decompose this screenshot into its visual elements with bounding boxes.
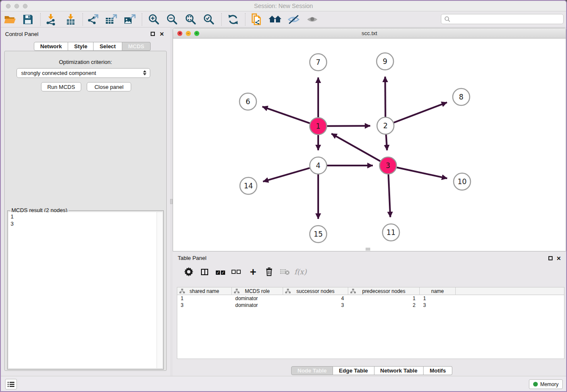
tab-style[interactable]: Style — [68, 42, 94, 51]
zoom-selected-button[interactable] — [201, 12, 217, 27]
edge-4-14[interactable] — [263, 168, 310, 182]
table-body: 1dominator4113dominator323 — [177, 295, 564, 359]
node-label-2: 2 — [383, 121, 388, 130]
column-type-icon — [285, 289, 291, 293]
network-graph[interactable]: 1234678910111415 — [173, 39, 566, 251]
save-icon — [22, 14, 33, 25]
zoom-fit-button[interactable] — [183, 12, 199, 27]
cell-name[interactable]: 3 — [420, 302, 456, 309]
task-history-button[interactable] — [5, 379, 17, 389]
cell-successor-nodes[interactable]: 3 — [283, 302, 348, 309]
table-tab-network-table[interactable]: Network Table — [374, 366, 424, 375]
home-layout-button[interactable] — [267, 12, 283, 27]
status-bar: Memory — [1, 376, 566, 391]
column-type-icon — [350, 289, 356, 293]
delete-table-button[interactable] — [277, 264, 292, 279]
edge-3-11[interactable] — [388, 174, 390, 217]
export-table-icon — [105, 14, 118, 25]
copy-network-icon — [250, 13, 262, 26]
zoom-out-button[interactable] — [164, 12, 180, 27]
column-header-predecessor-nodes[interactable]: predecessor nodes — [348, 287, 420, 295]
open-session-button[interactable] — [2, 12, 18, 27]
tab-mcds[interactable]: MCDS — [122, 42, 151, 51]
import-table-button[interactable] — [63, 12, 79, 27]
table-row[interactable]: 3dominator323 — [177, 302, 564, 309]
zoom-out-icon — [166, 14, 178, 25]
cell-predecessor-nodes[interactable]: 1 — [348, 295, 420, 302]
edge-2-3[interactable] — [386, 135, 387, 150]
deselect-all-columns-button[interactable] — [228, 264, 244, 279]
cell-MCDS-role[interactable]: dominator — [232, 295, 283, 302]
edge-2-9[interactable] — [385, 77, 385, 117]
window-resize-grip[interactable] — [366, 248, 370, 251]
node-label-1: 1 — [316, 122, 321, 130]
export-image-button[interactable] — [122, 12, 138, 27]
edge-3-1[interactable] — [331, 134, 380, 161]
toolbar-separator — [40, 13, 41, 26]
clone-network-button[interactable] — [248, 12, 264, 27]
hide-selected-button[interactable] — [286, 12, 302, 27]
network-canvas[interactable]: 1234678910111415 — [173, 39, 566, 251]
node-label-7: 7 — [316, 58, 321, 66]
cell-shared-name[interactable]: 3 — [177, 302, 232, 309]
column-header-label: successor nodes — [296, 288, 334, 294]
cell-shared-name[interactable]: 1 — [177, 295, 232, 302]
network-window-title: scc.txt — [173, 30, 566, 36]
zoom-in-button[interactable] — [146, 12, 162, 27]
save-session-button[interactable] — [20, 12, 36, 27]
table-tab-motifs[interactable]: Motifs — [424, 366, 452, 375]
table-row[interactable]: 1dominator411 — [177, 295, 564, 302]
function-builder-button[interactable]: f(x) — [293, 264, 308, 279]
table-header-row: shared nameMCDS rolesuccessor nodesprede… — [177, 287, 564, 295]
show-all-button[interactable] — [304, 12, 320, 27]
tab-select[interactable]: Select — [94, 42, 122, 51]
close-table-panel-icon[interactable]: ✕ — [556, 256, 561, 261]
table-tab-node-table[interactable]: Node Table — [291, 366, 333, 375]
search-input[interactable] — [441, 14, 564, 24]
edge-1-6[interactable] — [262, 107, 310, 123]
memory-status-icon — [533, 382, 538, 386]
export-network-icon — [87, 14, 99, 25]
result-scrollbar[interactable] — [157, 212, 162, 368]
refresh-icon — [227, 14, 239, 25]
memory-button[interactable]: Memory — [529, 379, 563, 389]
window-title: Session: New Session — [1, 3, 566, 9]
column-header-successor-nodes[interactable]: successor nodes — [283, 287, 348, 295]
float-panel-icon[interactable] — [151, 32, 155, 36]
column-header-name[interactable]: name — [420, 287, 456, 295]
cell-successor-nodes[interactable]: 4 — [283, 295, 348, 302]
criterion-select[interactable]: strongly connected component — [17, 68, 150, 78]
delete-columns-button[interactable] — [261, 264, 277, 279]
mcds-result-text[interactable]: 1 3 — [8, 212, 157, 368]
main-toolbar — [1, 11, 566, 28]
plus-icon: + — [250, 268, 256, 276]
close-panel-icon[interactable]: ✕ — [160, 32, 164, 36]
cell-MCDS-role[interactable]: dominator — [232, 302, 283, 309]
network-window: ✕ − + scc.txt 1234678910111415 — [173, 28, 566, 251]
close-panel-button[interactable]: Close panel — [87, 82, 131, 91]
column-header-shared-name[interactable]: shared name — [177, 287, 232, 295]
edge-2-8[interactable] — [394, 102, 447, 123]
tab-network[interactable]: Network — [34, 42, 68, 51]
cell-name[interactable]: 1 — [420, 295, 456, 302]
float-table-panel-icon[interactable] — [548, 256, 553, 260]
export-table-button[interactable] — [103, 12, 119, 27]
column-header-MCDS-role[interactable]: MCDS role — [232, 287, 283, 295]
run-mcds-button[interactable]: Run MCDS — [41, 82, 81, 91]
create-column-button[interactable]: + — [245, 264, 261, 279]
node-label-3: 3 — [386, 161, 391, 170]
select-all-columns-button[interactable]: ✓✓ — [213, 264, 228, 279]
cell-predecessor-nodes[interactable]: 2 — [348, 302, 420, 309]
toolbar-separator — [245, 13, 245, 26]
gear-icon — [184, 267, 193, 276]
table-tab-edge-table[interactable]: Edge Table — [333, 366, 374, 375]
edge-1-2[interactable] — [327, 126, 370, 126]
node-label-15: 15 — [314, 230, 323, 238]
import-network-button[interactable] — [43, 12, 59, 27]
table-settings-button[interactable] — [181, 264, 196, 279]
edge-3-10[interactable] — [397, 167, 447, 178]
refresh-view-button[interactable] — [225, 12, 241, 27]
export-network-button[interactable] — [85, 12, 101, 27]
toggle-panel-split-button[interactable] — [197, 264, 212, 279]
column-header-label: MCDS role — [245, 288, 270, 294]
